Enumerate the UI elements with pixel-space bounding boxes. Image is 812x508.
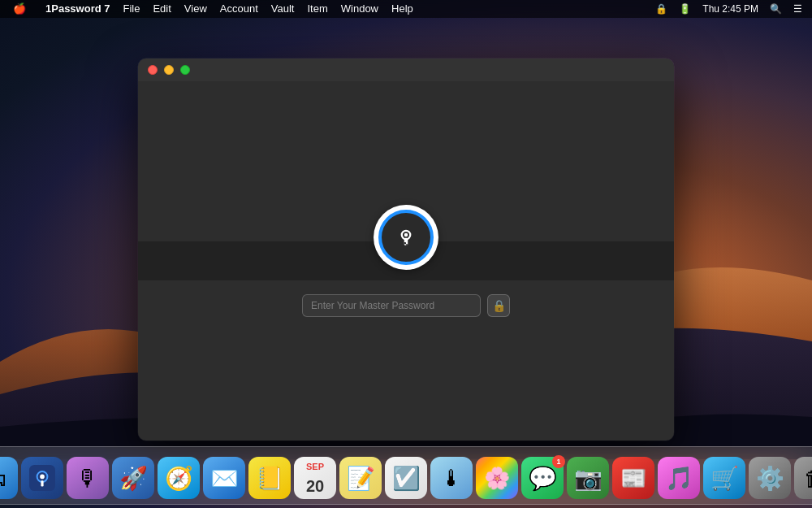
menubar-wifi-icon: 🔒 (652, 0, 671, 18)
preferences-icon: ⚙️ (756, 465, 784, 492)
siri-icon: 🎙 (76, 465, 99, 492)
mail-icon: ✉️ (210, 465, 239, 492)
dock-item-news[interactable]: 📰 (612, 457, 654, 499)
menubar-app-name[interactable]: 1Password 7 (39, 0, 117, 18)
dock-item-calendar[interactable]: SEP 20 (294, 457, 336, 499)
safari-icon: 🧭 (165, 465, 193, 492)
stickies-icon: 📝 (347, 465, 375, 492)
logo-inner (378, 210, 434, 265)
menubar-battery: 🔋 (676, 0, 694, 18)
dock-item-preferences[interactable]: ⚙️ (749, 457, 791, 499)
dock-item-launchpad[interactable]: 🚀 (112, 457, 154, 499)
menubar-window[interactable]: Window (335, 0, 385, 18)
window-titlebar (138, 59, 674, 81)
dock-item-1password[interactable] (21, 457, 63, 499)
dock-item-itunes[interactable]: 🎵 (658, 457, 700, 499)
app-window: 🔒 (138, 59, 674, 441)
menubar-help[interactable]: Help (385, 0, 420, 18)
dock-item-mail[interactable]: ✉️ (203, 457, 245, 499)
lock-button[interactable]: 🔒 (487, 294, 510, 317)
menubar-search-icon[interactable]: 🔍 (767, 0, 785, 18)
messages-badge: 1 (552, 455, 565, 468)
menubar-vault[interactable]: Vault (265, 0, 301, 18)
menubar-account[interactable]: Account (214, 0, 265, 18)
trash-icon: 🗑 (804, 465, 812, 492)
apple-menu[interactable]: 🍎 (6, 0, 32, 18)
dock-item-thermometer[interactable]: 🌡 (430, 457, 473, 499)
photos-icon: 🌸 (484, 466, 510, 491)
notes-icon: 📒 (256, 465, 284, 492)
window-minimize-button[interactable] (164, 65, 174, 75)
dock-item-finder[interactable]: 🗂 (0, 457, 18, 499)
messages-icon: 💬 (529, 465, 557, 492)
svg-point-7 (40, 475, 45, 480)
menubar-control-center[interactable]: ☰ (790, 0, 806, 18)
calendar-day: 20 (306, 477, 324, 496)
svg-rect-8 (41, 480, 43, 486)
lock-icon: 🔒 (492, 299, 506, 312)
logo-outer-ring (374, 205, 438, 270)
dock-item-safari[interactable]: 🧭 (158, 457, 200, 499)
dock-item-appstore[interactable]: 🛒 (703, 457, 745, 499)
master-password-input[interactable] (302, 294, 481, 317)
facetime-icon: 📷 (574, 465, 603, 492)
dock-item-trash[interactable]: 🗑 (794, 457, 812, 499)
window-body: 🔒 (138, 81, 674, 441)
reminders-icon: ☑️ (392, 465, 421, 492)
dock-item-facetime[interactable]: 📷 (567, 457, 609, 499)
dock-item-reminders[interactable]: ☑️ (385, 457, 427, 499)
svg-rect-3 (406, 244, 408, 245)
menubar-edit[interactable]: Edit (146, 0, 177, 18)
launchpad-icon: 🚀 (119, 465, 148, 492)
news-icon: 📰 (620, 466, 646, 491)
finder-icon: 🗂 (0, 465, 8, 492)
dock-item-photos[interactable]: 🌸 (476, 457, 518, 499)
thermometer-icon: 🌡 (440, 465, 463, 492)
menubar-right: 🔒 🔋 Thu 2:45 PM 🔍 ☰ (652, 0, 806, 18)
app-logo-container (374, 205, 438, 270)
svg-point-4 (404, 233, 408, 237)
dock: 🗂 🎙 🚀 🧭 ✉️ 📒 SEP 20 📝 ☑️ 🌡 🌸 💬 (0, 446, 812, 505)
calendar-month: SEP (306, 462, 324, 471)
1password-icon (29, 465, 55, 491)
logo-key-icon (394, 225, 418, 250)
menubar-clock: Thu 2:45 PM (699, 0, 762, 18)
appstore-icon: 🛒 (710, 465, 739, 492)
password-area: 🔒 (302, 294, 510, 317)
itunes-icon: 🎵 (665, 465, 693, 492)
menubar-view[interactable]: View (178, 0, 214, 18)
window-close-button[interactable] (148, 65, 158, 75)
menubar-item-menu[interactable]: Item (300, 0, 334, 18)
menubar-file[interactable]: File (117, 0, 147, 18)
menubar: 🍎 1Password 7 File Edit View Account Vau… (0, 0, 812, 18)
window-maximize-button[interactable] (180, 65, 190, 75)
dock-item-stickies[interactable]: 📝 (339, 457, 382, 499)
dock-item-siri[interactable]: 🎙 (67, 457, 109, 499)
svg-rect-2 (404, 242, 406, 244)
dock-item-notes[interactable]: 📒 (248, 457, 291, 499)
dock-item-messages[interactable]: 💬 1 (521, 457, 564, 499)
menubar-left: 🍎 1Password 7 File Edit View Account Vau… (6, 0, 420, 18)
